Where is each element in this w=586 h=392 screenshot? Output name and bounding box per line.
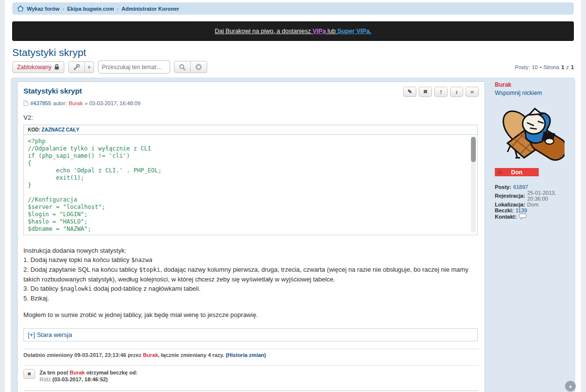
instruction-item: 3. Do tablicy $naglowki dodaj pod-tablic… <box>23 284 479 294</box>
topic-tools-dropdown-button[interactable]: ▾ <box>85 61 94 73</box>
stat-contact: Kontakt: <box>495 213 575 220</box>
locked-button[interactable]: Zablokowany <box>12 61 64 73</box>
report-icon: ! <box>440 89 442 95</box>
search-settings-button[interactable] <box>191 61 207 73</box>
stat-registered: Rejestracja: 25-01-2013, 20:36:00 <box>495 190 575 202</box>
post-number-link[interactable]: #437855 <box>30 100 51 106</box>
post-info-button[interactable]: i <box>450 87 463 97</box>
code-scrollbar-thumb[interactable] <box>471 137 476 162</box>
rank-label: Don <box>511 169 522 176</box>
page-wrapper: Wykaz forów ‹ Ekipa bugwie.com ‹ Adminis… <box>5 0 581 392</box>
inline-code: $nazwa <box>131 257 152 263</box>
pagination-info: Posty: 10 • Strona 1 z 1 <box>515 64 574 70</box>
stat-location: Lokalizacja: Dom <box>495 202 575 207</box>
breadcrumb-link-category[interactable]: Ekipa bugwie.com <box>67 6 114 12</box>
pencil-icon: ✎ <box>408 89 412 95</box>
post-author-label: autor: <box>53 100 67 106</box>
code-content: <?php //Odpalanie tylko i wyłącznie z CL… <box>28 138 468 233</box>
divider <box>23 349 479 349</box>
breadcrumb-link-forum-index[interactable]: Wykaz forów <box>27 6 59 12</box>
breadcrumb-separator: ‹ <box>117 6 119 12</box>
code-label: KOD: <box>28 127 40 132</box>
author-profile-sidebar: Burak Wspomnij nickiem <box>495 81 575 392</box>
barrel-giver-link[interactable]: Ridż <box>39 376 51 382</box>
pm-bubble-icon[interactable] <box>519 213 527 220</box>
edit-note-pre: Ostatnio zmieniony 09-03-2017, 23:13:46 … <box>23 352 143 358</box>
profile-username-link[interactable]: Burak <box>495 81 511 88</box>
scroll-to-top-button[interactable]: ▲ <box>565 381 576 392</box>
vip-link[interactable]: VIPa <box>313 28 326 35</box>
search-buttons-group <box>174 61 207 73</box>
code-block: KOD: ZAZNACZ CAŁY <?php //Odpalanie tylk… <box>23 125 478 235</box>
instruction-item: 5. Bzikaj. <box>23 294 479 303</box>
mention-nick-link[interactable]: Wspomnij nickiem <box>495 90 575 96</box>
search-icon <box>179 64 186 71</box>
edit-post-button[interactable]: ✎ <box>403 87 416 97</box>
post: Statystyki skrypt ✎ ✖ ! i “ #437855 <box>17 81 485 392</box>
stat-posts: Posty: 61897 <box>495 184 575 190</box>
edit-note-author-link[interactable]: Burak <box>143 352 158 358</box>
posts-count-link[interactable]: 61897 <box>513 184 528 190</box>
inline-code: $naglowki <box>60 285 92 292</box>
breadcrumb: Wykaz forów ‹ Ekipa bugwie.com ‹ Adminis… <box>12 2 574 15</box>
report-post-button[interactable]: ! <box>434 87 448 97</box>
topic-tools-group: ▾ <box>68 61 94 73</box>
code-block-body: <?php //Odpalanie tylko i wyłącznie z CL… <box>24 135 477 235</box>
edit-note: Ostatnio zmieniony 09-03-2017, 23:13:46 … <box>23 352 479 358</box>
home-icon[interactable] <box>17 5 24 12</box>
page-label: Strona <box>544 64 559 70</box>
locked-label: Zablokowany <box>17 64 52 71</box>
topic-title: Statystyki skrypt <box>12 47 574 58</box>
quote-post-button[interactable]: “ <box>466 87 479 97</box>
edit-history-link[interactable]: (Historia zmian) <box>226 352 266 358</box>
topic-tools-button[interactable] <box>68 61 85 73</box>
code-scrollbar-track[interactable] <box>471 137 476 233</box>
post-header: Statystyki skrypt ✎ ✖ ! i “ <box>23 87 479 97</box>
page-sheet-icon <box>23 100 28 106</box>
barrel-line-2: Ridż (03-03-2017, 18:46:52) <box>39 376 137 383</box>
barrel-note: ✖ Za ten post Burak otrzymał beczkę od: … <box>23 369 479 383</box>
posts-count-label: Posty: <box>515 64 530 70</box>
edit-note-post: , łącznie zmieniany 4 razy. <box>158 352 226 358</box>
page-current: 1 <box>561 64 564 70</box>
banner-text: Daj Burakowi na piwo, a dostaniesz VIPa … <box>215 28 371 35</box>
barrel-author-link[interactable]: Burak <box>70 370 85 375</box>
close-icon: ✖ <box>27 372 31 376</box>
barrel-dismiss-button[interactable]: ✖ <box>23 369 35 379</box>
arrow-up-icon: ▲ <box>568 384 573 389</box>
topic-toolbar: Zablokowany ▾ <box>12 60 574 74</box>
select-all-link[interactable]: ZAZNACZ CAŁY <box>41 127 79 132</box>
super-vip-link[interactable]: Super VIPa. <box>337 28 371 35</box>
instructions-heading: Instrukcja dodania nowych statystyk: <box>23 246 479 255</box>
instruction-item: 1. Dodaj nazwę topki na końcu tablicy $n… <box>23 255 479 265</box>
divider <box>23 365 479 366</box>
ad-banner: Daj Burakowi na piwo, a dostaniesz VIPa … <box>12 21 574 41</box>
delete-icon: ✖ <box>423 89 428 95</box>
search-topic-input[interactable] <box>98 60 170 74</box>
post-meta: #437855 autor: Burak » 03-03-2017, 16:48… <box>23 100 479 106</box>
crown-icon <box>497 169 503 174</box>
spoiler-box[interactable]: [+] Stara wersja <box>23 328 478 341</box>
page-of-label: z <box>566 64 569 70</box>
post-intro: V2: <box>23 114 479 121</box>
post-title-link[interactable]: Statystyki skrypt <box>23 87 82 95</box>
stat-barrels: Beczki: 1139 <box>495 207 575 213</box>
profile-stats: Posty: 61897 Rejestracja: 25-01-2013, 20… <box>495 184 575 220</box>
post-buttons: ✎ ✖ ! i “ <box>403 87 479 97</box>
breadcrumb-link-forum[interactable]: Administrator Koroner <box>121 6 179 12</box>
spoiler-toggle-link[interactable]: [+] Stara wersja <box>28 331 72 338</box>
rank-badge: Don <box>495 168 539 176</box>
search-button[interactable] <box>174 61 191 73</box>
inline-code: $topki <box>139 266 160 273</box>
lock-icon <box>54 64 59 70</box>
chevron-down-icon: ▾ <box>88 64 91 71</box>
post-author-link[interactable]: Burak <box>69 100 83 106</box>
breadcrumb-separator: ‹ <box>62 6 64 12</box>
page-total: 1 <box>571 64 574 70</box>
code-block-header: KOD: ZAZNACZ CAŁY <box>24 125 477 135</box>
barrels-count-link[interactable]: 1139 <box>516 207 527 213</box>
barrel-text: Za ten post Burak otrzymał beczkę od: Ri… <box>39 369 137 383</box>
delete-post-button[interactable]: ✖ <box>419 87 432 97</box>
closing-paragraph: Mogłem to w sumie zrobić w jednej tablic… <box>23 311 479 318</box>
banner-prefix: Daj Burakowi na piwo, a dostaniesz <box>215 28 313 35</box>
